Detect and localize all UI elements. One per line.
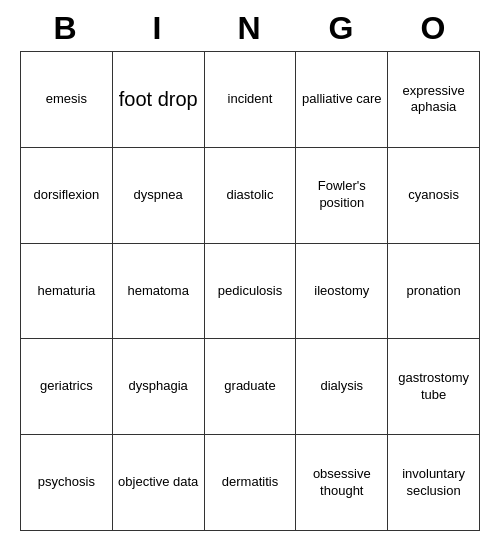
bingo-cell-5: dorsiflexion xyxy=(21,148,113,244)
bingo-cell-6: dyspnea xyxy=(113,148,205,244)
bingo-cell-7: diastolic xyxy=(205,148,297,244)
bingo-cell-24: involuntary seclusion xyxy=(388,435,480,531)
bingo-cell-22: dermatitis xyxy=(205,435,297,531)
bingo-cell-20: psychosis xyxy=(21,435,113,531)
header-letter-g: G xyxy=(296,10,388,47)
header-letter-n: N xyxy=(204,10,296,47)
header-letter-i: I xyxy=(112,10,204,47)
bingo-cell-16: dysphagia xyxy=(113,339,205,435)
bingo-cell-10: hematuria xyxy=(21,244,113,340)
bingo-cell-15: geriatrics xyxy=(21,339,113,435)
bingo-cell-9: cyanosis xyxy=(388,148,480,244)
bingo-grid: emesisfoot dropincidentpalliative careex… xyxy=(20,51,480,531)
bingo-cell-8: Fowler's position xyxy=(296,148,388,244)
bingo-cell-18: dialysis xyxy=(296,339,388,435)
bingo-cell-19: gastrostomy tube xyxy=(388,339,480,435)
bingo-cell-21: objective data xyxy=(113,435,205,531)
bingo-cell-13: ileostomy xyxy=(296,244,388,340)
header-letter-o: O xyxy=(388,10,480,47)
header-letter-b: B xyxy=(20,10,112,47)
bingo-cell-2: incident xyxy=(205,52,297,148)
bingo-cell-14: pronation xyxy=(388,244,480,340)
bingo-cell-1: foot drop xyxy=(113,52,205,148)
bingo-cell-23: obsessive thought xyxy=(296,435,388,531)
bingo-header: BINGO xyxy=(20,10,480,47)
bingo-cell-17: graduate xyxy=(205,339,297,435)
bingo-cell-12: pediculosis xyxy=(205,244,297,340)
bingo-cell-0: emesis xyxy=(21,52,113,148)
bingo-cell-4: expressive aphasia xyxy=(388,52,480,148)
bingo-cell-11: hematoma xyxy=(113,244,205,340)
bingo-cell-3: palliative care xyxy=(296,52,388,148)
